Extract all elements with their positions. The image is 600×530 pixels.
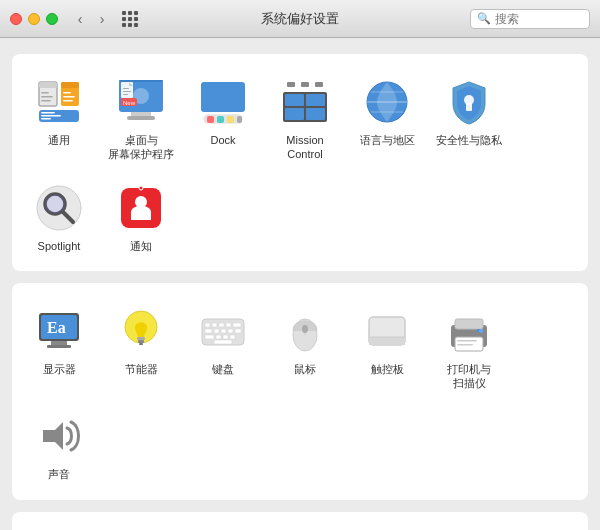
svg-rect-9 [63, 100, 73, 102]
svg-rect-4 [41, 100, 51, 102]
svg-rect-37 [287, 82, 295, 87]
svg-rect-22 [123, 91, 131, 92]
icloud-pref[interactable]: iCloud [20, 524, 98, 530]
svg-rect-67 [233, 323, 241, 327]
svg-rect-7 [63, 92, 71, 94]
svg-rect-71 [228, 329, 233, 333]
minimize-button[interactable] [28, 13, 40, 25]
svg-rect-60 [138, 340, 144, 343]
mission-pref[interactable]: MissionControl [266, 66, 344, 168]
security-icon [443, 76, 495, 128]
spotlight-icon [33, 182, 85, 234]
svg-rect-36 [306, 108, 325, 120]
keyboard-icon [197, 305, 249, 357]
language-icon [361, 76, 413, 128]
security-pref[interactable]: 安全性与隐私 [430, 66, 508, 168]
svg-rect-56 [47, 345, 71, 348]
dock-icon [197, 76, 249, 128]
svg-rect-29 [217, 116, 224, 123]
section2-grid: Ea 显示器 节能器 [20, 295, 580, 488]
svg-rect-59 [137, 337, 145, 340]
desktop-icon: New [115, 76, 167, 128]
main-content: 通用 [0, 38, 600, 530]
svg-rect-65 [219, 323, 224, 327]
desktop-pref[interactable]: New 桌面与屏幕保护程序 [102, 66, 180, 168]
nav-buttons: ‹ › [70, 9, 112, 29]
spotlight-pref[interactable]: Spotlight [20, 172, 98, 259]
section-personal: 通用 [12, 54, 588, 271]
svg-rect-23 [123, 94, 128, 95]
svg-marker-91 [43, 422, 63, 450]
section-internet: iCloud 互联网帐户 [12, 512, 588, 530]
internet-pref[interactable]: 互联网帐户 [102, 524, 180, 530]
displays-pref[interactable]: Ea 显示器 [20, 295, 98, 397]
show-all-button[interactable] [118, 7, 142, 31]
svg-rect-13 [41, 118, 51, 120]
svg-rect-12 [41, 115, 61, 117]
mission-label: MissionControl [286, 133, 323, 162]
svg-rect-33 [285, 94, 304, 106]
svg-point-80 [302, 325, 308, 333]
section3-grid: iCloud 互联网帐户 [20, 524, 580, 530]
search-input[interactable] [495, 12, 585, 26]
sound-pref[interactable]: 声音 [20, 400, 98, 487]
notifications-icon [115, 182, 167, 234]
extensions-pref[interactable]: 扩展 [184, 524, 262, 530]
maximize-button[interactable] [46, 13, 58, 25]
keyboard-pref[interactable]: 键盘 [184, 295, 262, 397]
displays-icon: Ea [33, 305, 85, 357]
printer-label: 打印机与扫描仪 [447, 362, 491, 391]
printer-pref[interactable]: 打印机与扫描仪 [430, 295, 508, 397]
section-hardware: Ea 显示器 节能器 [12, 283, 588, 500]
dock-pref[interactable]: Dock [184, 66, 262, 168]
bluetooth-pref[interactable]: 蓝牙 [348, 524, 426, 530]
svg-rect-82 [369, 337, 405, 345]
general-icon [33, 76, 85, 128]
energy-icon [115, 305, 167, 357]
svg-text:New: New [123, 100, 136, 106]
back-button[interactable]: ‹ [70, 9, 90, 29]
search-box[interactable]: 🔍 [470, 9, 590, 29]
network-pref[interactable]: 网络 [266, 524, 344, 530]
printer-icon [443, 305, 495, 357]
traffic-lights [10, 13, 58, 25]
svg-rect-68 [205, 329, 212, 333]
sharing-pref[interactable]: 共享 [430, 524, 508, 530]
svg-rect-6 [61, 82, 79, 88]
close-button[interactable] [10, 13, 22, 25]
notifications-label: 通知 [130, 239, 152, 253]
general-pref[interactable]: 通用 [20, 66, 98, 168]
svg-rect-70 [221, 329, 226, 333]
svg-rect-30 [227, 116, 234, 123]
language-pref[interactable]: 语言与地区 [348, 66, 426, 168]
trackpad-icon [361, 305, 413, 357]
trackpad-pref[interactable]: 触控板 [348, 295, 426, 397]
svg-rect-72 [235, 329, 241, 333]
svg-point-52 [139, 186, 143, 190]
section1-grid: 通用 [20, 66, 580, 259]
language-label: 语言与地区 [360, 133, 415, 147]
svg-rect-77 [214, 340, 232, 344]
svg-rect-87 [457, 344, 473, 346]
svg-rect-34 [306, 94, 325, 106]
svg-rect-39 [315, 82, 323, 87]
trackpad-label: 触控板 [371, 362, 404, 376]
svg-rect-17 [131, 112, 151, 116]
mouse-pref[interactable]: 鼠标 [266, 295, 344, 397]
displays-label: 显示器 [43, 362, 76, 376]
svg-rect-18 [127, 116, 155, 120]
notifications-pref[interactable]: 通知 [102, 172, 180, 259]
svg-rect-69 [214, 329, 219, 333]
window-title: 系统偏好设置 [261, 10, 339, 28]
svg-rect-28 [207, 116, 214, 123]
svg-rect-2 [41, 92, 49, 94]
svg-rect-11 [41, 112, 55, 114]
energy-label: 节能器 [125, 362, 158, 376]
forward-button[interactable]: › [92, 9, 112, 29]
svg-rect-64 [212, 323, 217, 327]
svg-rect-66 [226, 323, 231, 327]
svg-rect-76 [230, 335, 235, 339]
general-label: 通用 [48, 133, 70, 147]
mission-icon [279, 76, 331, 128]
energy-pref[interactable]: 节能器 [102, 295, 180, 397]
